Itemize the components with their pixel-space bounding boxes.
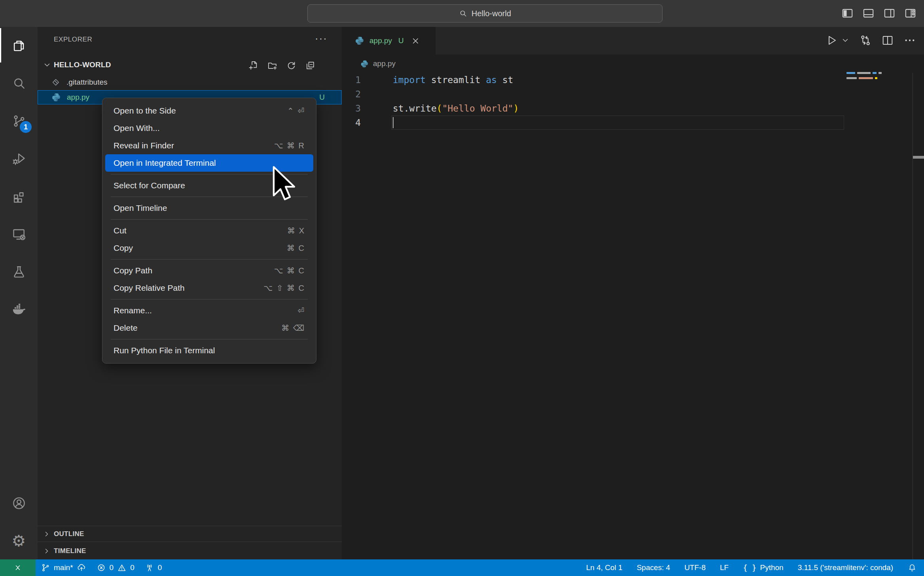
menu-item[interactable]: Copy Path ⌥ ⌘ C bbox=[105, 262, 313, 279]
sidebar-item-testing[interactable] bbox=[0, 252, 38, 290]
files-icon bbox=[11, 38, 27, 53]
code-line-1: 1 import streamlit as st bbox=[342, 73, 924, 87]
chevron-right-icon bbox=[43, 530, 51, 538]
chevron-right-icon bbox=[43, 547, 51, 555]
tab-apppy[interactable]: app.py U bbox=[342, 27, 435, 55]
menu-item bbox=[111, 297, 308, 302]
line-number: 1 bbox=[342, 73, 361, 87]
customize-layout-icon[interactable] bbox=[904, 7, 917, 20]
warning-icon bbox=[117, 563, 127, 572]
menu-item[interactable]: Copy ⌘ C bbox=[105, 239, 313, 257]
breadcrumb[interactable]: app.py bbox=[342, 55, 924, 73]
search-label: Hello-world bbox=[471, 9, 511, 18]
radio-tower-icon bbox=[145, 563, 154, 572]
ports-count: 0 bbox=[158, 563, 162, 572]
chevron-down-icon bbox=[42, 60, 52, 70]
account-icon bbox=[11, 496, 27, 511]
title-bar: Hello-world bbox=[0, 0, 924, 27]
context-menu: Open to the Side ⌃ ⏎ Open With... Reveal… bbox=[102, 98, 316, 364]
outline-panel-header[interactable]: OUTLINE bbox=[38, 526, 342, 542]
toggle-secondary-sidebar-icon[interactable] bbox=[883, 7, 896, 20]
more-actions-icon[interactable] bbox=[903, 34, 916, 47]
new-file-icon[interactable] bbox=[248, 60, 259, 71]
minimap[interactable] bbox=[846, 72, 914, 84]
sidebar-item-search[interactable] bbox=[0, 64, 38, 102]
menu-item bbox=[111, 257, 308, 262]
menu-item[interactable]: Reveal in Finder ⌥ ⌘ R bbox=[105, 137, 313, 154]
extensions-icon bbox=[11, 189, 27, 204]
python-interpreter-item[interactable]: 3.11.5 ('streamlitenv': conda) bbox=[791, 559, 900, 576]
menu-item[interactable]: Open With... bbox=[105, 119, 313, 137]
split-editor-icon[interactable] bbox=[881, 34, 894, 47]
sidebar-item-source-control[interactable]: 1 bbox=[0, 102, 38, 140]
status-bar-right: Ln 4, Col 1 Spaces: 4 UTF-8 LF { } Pytho… bbox=[579, 559, 924, 576]
sidebar-item-extensions[interactable] bbox=[0, 177, 38, 215]
timeline-panel-header[interactable]: TIMELINE bbox=[38, 542, 342, 560]
code-line-2: 2 bbox=[342, 87, 924, 101]
command-center-search[interactable]: Hello-world bbox=[307, 4, 663, 23]
notifications-item[interactable] bbox=[900, 559, 924, 576]
menu-item[interactable]: Delete ⌘ ⌫ bbox=[105, 319, 313, 337]
git-status-badge: U bbox=[319, 93, 325, 102]
outline-label: OUTLINE bbox=[54, 530, 84, 538]
open-changes-icon[interactable] bbox=[859, 34, 872, 47]
activity-bar-bottom: ⚙ bbox=[0, 484, 38, 559]
line-number: 4 bbox=[342, 116, 361, 130]
menu-item[interactable]: Rename... ⏎ bbox=[105, 302, 313, 319]
sidebar-item-remote-explorer[interactable] bbox=[0, 215, 38, 252]
menu-item bbox=[111, 337, 308, 342]
sidebar-item-run-debug[interactable] bbox=[0, 140, 38, 177]
chevron-down-icon[interactable] bbox=[841, 36, 850, 45]
eol-item[interactable]: LF bbox=[713, 559, 736, 576]
close-icon[interactable] bbox=[411, 36, 420, 45]
mouse-cursor bbox=[271, 165, 297, 203]
file-row-gitattributes[interactable]: .gitattributes bbox=[38, 75, 342, 89]
explorer-header: EXPLORER ··· bbox=[38, 27, 342, 52]
more-actions-icon[interactable]: ··· bbox=[315, 32, 328, 45]
toggle-panel-icon[interactable] bbox=[862, 7, 875, 20]
file-name: app.py bbox=[67, 93, 89, 102]
breadcrumb-item: app.py bbox=[373, 59, 396, 68]
tab-label: app.py bbox=[369, 36, 392, 45]
problems-status-item[interactable]: 0 0 bbox=[91, 559, 140, 576]
python-file-icon bbox=[354, 36, 365, 46]
vscode-window: Hello-world 1 bbox=[0, 0, 924, 576]
line-number: 2 bbox=[342, 87, 361, 101]
cursor-position-item[interactable]: Ln 4, Col 1 bbox=[579, 559, 630, 576]
bell-icon bbox=[907, 563, 917, 572]
file-name: .gitattributes bbox=[66, 78, 108, 87]
remote-explorer-icon bbox=[11, 226, 27, 241]
collapse-folders-icon[interactable] bbox=[305, 60, 316, 71]
source-control-badge: 1 bbox=[20, 121, 32, 133]
menu-item bbox=[111, 217, 308, 222]
new-folder-icon[interactable] bbox=[267, 60, 278, 71]
toggle-primary-sidebar-icon[interactable] bbox=[841, 7, 854, 20]
remote-indicator[interactable] bbox=[0, 559, 36, 576]
sidebar-item-explorer[interactable] bbox=[0, 27, 38, 64]
menu-item[interactable]: Copy Relative Path ⌥ ⇧ ⌘ C bbox=[105, 279, 313, 297]
indentation-item[interactable]: Spaces: 4 bbox=[630, 559, 678, 576]
refresh-icon[interactable] bbox=[286, 60, 297, 71]
language-mode-item[interactable]: { } Python bbox=[736, 559, 790, 576]
publish-cloud-icon bbox=[77, 563, 86, 572]
run-python-icon[interactable] bbox=[825, 34, 838, 47]
branch-name: main* bbox=[54, 563, 73, 572]
sidebar-item-docker[interactable] bbox=[0, 290, 38, 328]
overview-ruler[interactable] bbox=[913, 73, 924, 559]
menu-item[interactable]: Open to the Side ⌃ ⏎ bbox=[105, 102, 313, 119]
sidebar-item-settings[interactable]: ⚙ bbox=[0, 522, 38, 559]
error-count: 0 bbox=[110, 563, 114, 572]
line-number: 3 bbox=[342, 101, 361, 116]
editor-actions bbox=[825, 34, 916, 47]
sidebar-item-accounts[interactable] bbox=[0, 484, 38, 522]
search-icon bbox=[11, 76, 27, 91]
menu-item[interactable]: Cut ⌘ X bbox=[105, 222, 313, 239]
overview-cursor-marker bbox=[913, 156, 924, 159]
code-area[interactable]: 1 import streamlit as st 2 3 st.write("H… bbox=[342, 73, 924, 130]
branch-status-item[interactable]: main* bbox=[36, 559, 91, 576]
ports-status-item[interactable]: 0 bbox=[140, 559, 167, 576]
menu-item[interactable]: Run Python File in Terminal bbox=[105, 342, 313, 359]
encoding-item[interactable]: UTF-8 bbox=[677, 559, 713, 576]
layout-controls bbox=[841, 7, 917, 20]
activity-bar: 1 ⚙ bbox=[0, 27, 38, 559]
